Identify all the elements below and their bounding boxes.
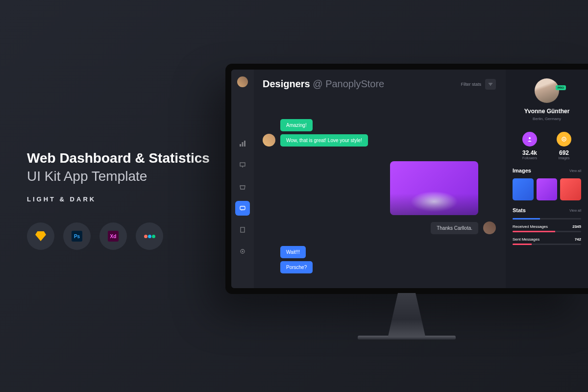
message-bubble[interactable]: Wow, that is great! Love your style! [280,134,368,147]
svg-point-12 [529,137,531,139]
profile-avatar[interactable]: PRO [535,78,559,103]
thumbnail[interactable] [513,178,534,200]
filter-stats-button[interactable]: Filter stats [461,79,496,90]
images-stat[interactable]: 692 Images [557,132,571,160]
message-bubble[interactable]: Wait!!! [280,246,306,258]
thumbnail[interactable] [560,178,581,200]
promo-subtitle: UI Kit App Template [27,168,210,185]
image-message[interactable] [390,161,478,215]
svg-rect-6 [241,227,245,232]
xd-icon: Xd [99,222,127,250]
sender-avatar[interactable] [263,134,275,147]
nav-stats-icon[interactable] [235,136,250,151]
filter-icon [485,79,496,90]
images-section-title: Images [513,168,531,173]
svg-point-8 [242,251,244,252]
followers-stat[interactable]: 32.4k Followers [522,132,537,160]
nav-basket-icon[interactable] [235,179,250,194]
svg-rect-2 [244,141,245,147]
stat-row: Received Messages 2345 [513,224,581,229]
nav-docs-icon[interactable] [235,222,250,237]
sketch-icon [27,222,54,250]
message-bubble[interactable]: Amazing! [280,119,313,131]
stats-view-all-link[interactable]: View all [569,209,581,212]
profile-location: Berlin, Germany [513,117,581,121]
profile-panel: PRO Yvonne Günther Berlin, Germany 32.4k… [506,70,588,288]
svg-rect-0 [240,144,241,147]
message-bubble[interactable]: Thanks Carllota. [431,222,478,234]
figma-icon [136,222,163,250]
svg-rect-1 [242,142,244,147]
images-icon [557,132,571,147]
stat-row: Sent Messages 742 [513,237,581,242]
images-view-all-link[interactable]: View all [569,169,581,172]
svg-point-14 [564,139,565,140]
message-bubble[interactable]: Porsche? [280,261,313,273]
imac-device: Designers @ PanoplyStore Filter stats Am… [225,64,588,309]
followers-icon [522,132,537,147]
svg-rect-3 [240,163,245,166]
nav-chat-icon[interactable] [235,201,250,216]
app-sidebar [231,70,254,288]
photoshop-icon: Ps [63,222,91,250]
team-label: Designers [263,78,310,89]
promo-title: Web Dashboard & Statistics [27,149,210,167]
sender-avatar[interactable] [483,221,496,234]
nav-settings-icon[interactable] [235,244,250,259]
chat-panel: Designers @ PanoplyStore Filter stats Am… [254,70,506,288]
profile-name: Yvonne Günther [513,108,581,115]
user-avatar[interactable] [237,76,248,87]
thumbnail[interactable] [537,178,558,200]
theme-label: LIGHT & DARK [27,196,210,203]
page-title: Designers @ PanoplyStore [263,78,384,90]
image-thumbnails [513,178,581,200]
stats-section-title: Stats [513,207,526,213]
svg-rect-5 [240,206,245,210]
nav-presentation-icon[interactable] [235,158,250,172]
filter-label: Filter stats [461,82,481,87]
pro-badge: PRO [556,85,566,90]
tool-icons-row: Ps Xd [27,222,210,250]
